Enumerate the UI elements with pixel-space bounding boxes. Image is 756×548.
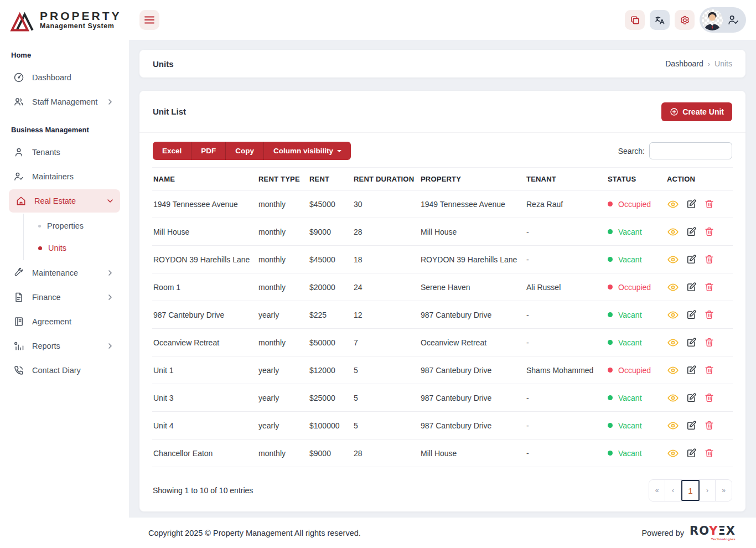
pagination-next-button[interactable]: › [700,480,716,501]
edit-icon[interactable] [686,226,697,237]
search-container: Search: [618,142,732,159]
sidebar-toggle-button[interactable] [139,10,159,30]
delete-icon[interactable] [704,420,714,431]
table-row: Unit 4 yearly $100000 5 987 Cantebury Dr… [152,412,733,440]
cell-unit-name: Oceanview Retreat [152,329,257,356]
column-visibility-button[interactable]: Column visibility [263,142,351,160]
column-header-rent[interactable]: RENT [308,168,353,190]
table-row: 1949 Tennessee Avenue monthly $45000 30 … [152,190,733,218]
edit-icon[interactable] [686,365,697,375]
sidebar-item-agreement[interactable]: Agreement [0,310,120,333]
cell-rent: $12000 [308,356,353,384]
breadcrumb-dashboard[interactable]: Dashboard [665,59,703,68]
column-header-name[interactable]: NAME [152,168,257,190]
delete-icon[interactable] [704,199,714,209]
status-dot-icon [608,257,613,262]
view-icon[interactable] [667,364,679,376]
edit-icon[interactable] [686,282,697,292]
column-header-property[interactable]: PROPERTY [420,168,525,190]
cell-rent: $50000 [308,329,353,356]
sidebar-item-tenants[interactable]: Tenants [0,141,120,164]
cell-status: Vacant [607,301,666,329]
cell-rent: $45000 [308,246,353,273]
pagination-prev-button[interactable]: ‹ [665,480,681,501]
view-icon[interactable] [667,226,679,238]
edit-icon[interactable] [686,420,697,431]
sidebar-item-real-estate[interactable]: Real Estate [9,189,120,213]
edit-icon[interactable] [686,337,697,348]
cell-rent: $9000 [308,440,353,467]
view-icon[interactable] [667,392,679,404]
edit-icon[interactable] [686,309,697,320]
edit-icon[interactable] [686,448,697,458]
sidebar-label-finance: Finance [32,293,61,302]
delete-icon[interactable] [704,392,714,403]
sidebar-label-contact-diary: Contact Diary [32,366,81,375]
pagination-last-button[interactable]: » [716,480,732,501]
cell-property: Mill House [420,218,525,246]
people-icon [13,96,24,107]
sidebar-item-reports[interactable]: Reports [0,334,120,358]
pagination-first-button[interactable]: « [649,480,665,501]
language-button[interactable] [650,10,670,30]
status-badge: Occupied [608,366,664,375]
delete-icon[interactable] [704,282,714,292]
entries-summary: Showing 1 to 10 of 10 entries [153,486,253,495]
delete-icon[interactable] [704,254,714,265]
delete-icon[interactable] [704,226,714,237]
sidebar-item-dashboard[interactable]: Dashboard [0,66,120,89]
column-header-rent-duration[interactable]: RENT DURATION [353,168,420,190]
view-icon[interactable] [667,254,679,266]
cell-tenant: - [525,412,607,440]
copy-pages-button[interactable] [625,10,645,30]
sidebar-item-units[interactable]: Units [24,237,120,259]
sidebar-label-maintainers: Maintainers [32,172,74,181]
status-dot-icon [608,395,613,400]
sidebar-item-staff-management[interactable]: Staff Management [0,90,120,113]
search-label: Search: [618,147,645,156]
delete-icon[interactable] [704,448,714,458]
real-estate-submenu: Properties Units [23,214,120,260]
sidebar-item-finance[interactable]: Finance [0,286,120,309]
cell-tenant: - [525,218,607,246]
excel-button[interactable]: Excel [153,142,191,160]
edit-icon[interactable] [686,392,697,403]
cell-action [666,356,733,384]
user-menu[interactable] [700,7,746,33]
view-icon[interactable] [667,198,679,210]
search-input[interactable] [649,142,732,159]
breadcrumb-separator: › [708,60,710,68]
page-footer: Copyright 2025 © Property Management All… [129,518,756,548]
edit-icon[interactable] [686,254,697,265]
pdf-button[interactable]: PDF [191,142,225,160]
copy-button[interactable]: Copy [225,142,263,160]
delete-icon[interactable] [704,365,714,375]
sidebar-item-maintenance[interactable]: Maintenance [0,261,120,285]
brand-name: PROPERTY [40,10,122,22]
cell-rent-duration: 12 [353,301,420,329]
cell-rent: $225 [308,301,353,329]
view-icon[interactable] [667,447,679,459]
column-header-status[interactable]: STATUS [607,168,666,190]
view-icon[interactable] [667,309,679,321]
chart-icon [13,340,24,351]
wrench-icon [13,267,24,278]
view-icon[interactable] [667,337,679,349]
delete-icon[interactable] [704,337,714,348]
column-header-tenant[interactable]: TENANT [525,168,607,190]
sidebar-item-maintainers[interactable]: Maintainers [0,165,120,188]
settings-button[interactable] [675,10,695,30]
view-icon[interactable] [667,420,679,432]
cell-tenant: Reza Rauf [525,190,607,218]
sidebar-item-properties[interactable]: Properties [24,215,120,237]
sidebar-label-reports: Reports [32,342,60,350]
avatar [702,9,723,30]
column-header-rent-type[interactable]: RENT TYPE [257,168,308,190]
create-unit-button[interactable]: Create Unit [661,102,732,121]
sidebar-item-contact-diary[interactable]: Contact Diary [0,359,120,382]
view-icon[interactable] [667,281,679,293]
edit-icon[interactable] [686,199,697,209]
cell-property: Oceanview Retreat [420,329,525,356]
delete-icon[interactable] [704,309,714,320]
pagination-page-1-button[interactable]: 1 [681,480,700,501]
